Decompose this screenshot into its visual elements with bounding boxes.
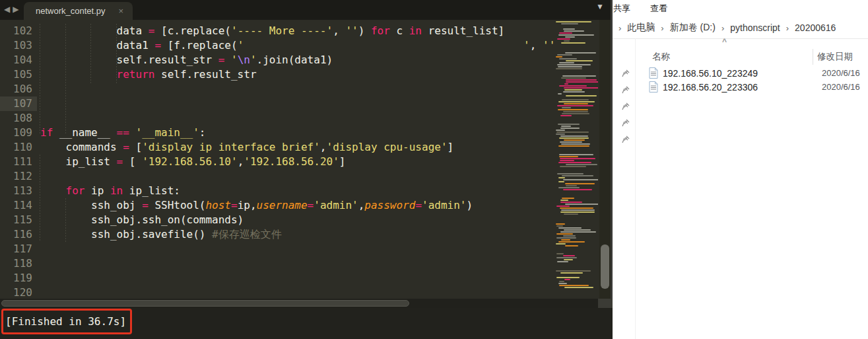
breadcrumb-item[interactable]: pythonscript [730, 22, 780, 33]
sort-ascending-icon[interactable]: ^ [722, 37, 727, 46]
minimap-line [556, 130, 565, 131]
code-line[interactable]: 103 data1 = [f.replace(' ', '') for f in… [0, 38, 554, 53]
code-text [37, 256, 554, 271]
minimap-line [561, 143, 590, 145]
breadcrumb-chevron-icon[interactable]: › [661, 23, 663, 33]
column-header-name[interactable]: 名称 [652, 51, 670, 63]
file-name[interactable]: 192.168.56.20_223306 [663, 82, 758, 93]
code-line[interactable]: 120 [0, 285, 554, 300]
tab-close-icon[interactable]: × [119, 6, 124, 16]
minimap-line [564, 139, 585, 141]
minimap-line [560, 166, 586, 167]
code-line[interactable]: 115 ssh_obj.ssh_on(commands) [0, 213, 554, 227]
code-line[interactable]: 105 return self.result_str [0, 67, 554, 82]
pin-icon[interactable] [619, 114, 632, 131]
code-line[interactable]: 117 [0, 242, 554, 256]
code-line[interactable]: 114 ssh_obj = SSHtool(host=ip,username='… [0, 198, 554, 213]
minimap-line [560, 115, 572, 116]
text-file-icon [649, 67, 658, 81]
code-editor-area[interactable]: 102 data = [c.replace('---- More ----', … [0, 20, 554, 303]
breadcrumb-chevron-icon[interactable]: › [618, 23, 621, 33]
minimap-line [564, 89, 582, 91]
tab-network-contet[interactable]: network_contet.py × [24, 2, 133, 20]
minimap-line [557, 38, 570, 40]
minimap-line [564, 40, 570, 42]
breadcrumb-item[interactable]: 20200616 [795, 22, 836, 33]
code-line[interactable]: 109if __name__ == '__main__': [0, 126, 554, 140]
minimap-line [558, 124, 580, 125]
code-line[interactable]: 118 [0, 256, 554, 271]
code-line[interactable]: 111 ip_list = [ '192.168.56.10','192.168… [0, 155, 554, 169]
minimap-line [559, 281, 564, 282]
code-line[interactable]: 106 [0, 82, 554, 96]
code-text: ssh_obj.savefile() #保存巡检文件 [37, 227, 554, 242]
minimap-line [559, 154, 593, 155]
minimap-line [557, 54, 572, 56]
pin-icon[interactable] [619, 98, 632, 114]
minimap-line [559, 62, 574, 63]
code-line[interactable]: 113 for ip in ip_list: [0, 184, 554, 198]
minimap-line [560, 135, 588, 137]
minimap-line [559, 156, 578, 157]
code-line[interactable]: 107 [0, 96, 554, 111]
minimap-line [564, 213, 578, 215]
minimap-line [560, 231, 596, 233]
minimap-line [561, 126, 571, 127]
code-line[interactable]: 102 data = [c.replace('---- More ----', … [0, 24, 554, 38]
code-line[interactable]: 104 self.result_str = '\n'.join(data1) [0, 53, 554, 67]
indent-guide [116, 24, 117, 83]
line-number: 105 [0, 67, 37, 82]
minimap-line [564, 87, 598, 89]
minimap-line [565, 52, 596, 54]
back-arrow-icon[interactable]: ◀ [4, 5, 13, 14]
minimap-line [556, 132, 589, 133]
code-text [37, 169, 554, 184]
code-text: data1 = [f.replace(' ', '') for f in dat… [37, 38, 554, 53]
minimap-line [563, 111, 588, 112]
line-number: 110 [0, 140, 37, 155]
code-line[interactable]: 110 commands = ['display ip interface br… [0, 140, 554, 155]
file-date: 2020/6/16 [822, 68, 860, 78]
breadcrumb-item[interactable]: 此电脑 [627, 22, 655, 34]
code-text: ssh_obj.ssh_on(commands) [37, 213, 554, 227]
code-line[interactable]: 112 [0, 169, 554, 184]
horizontal-scrollbar-thumb[interactable] [1, 300, 409, 307]
minimap-line [556, 270, 591, 272]
minimap-line [556, 68, 582, 69]
minimap-line [561, 23, 578, 24]
line-number: 106 [0, 82, 37, 96]
file-row[interactable]: 192.168.56.20_2233062020/6/16 [613, 80, 868, 94]
minimap-line [563, 28, 575, 30]
minimap-line [564, 103, 588, 104]
forward-arrow-icon[interactable]: ▶ [13, 5, 21, 14]
code-text: self.result_str = '\n'.join(data1) [37, 53, 554, 67]
ribbon-tab-1[interactable]: 查看 [650, 3, 667, 15]
file-list: 192.168.56.10_2232492020/6/16192.168.56.… [613, 66, 868, 94]
code-line[interactable]: 108 [0, 111, 554, 126]
code-text: for ip in ip_list: [37, 184, 554, 198]
code-line[interactable]: 116 ssh_obj.savefile() #保存巡检文件 [0, 227, 554, 242]
code-line[interactable]: 119 [0, 271, 554, 285]
vertical-scrollbar-thumb[interactable] [601, 245, 609, 289]
file-name[interactable]: 192.168.56.10_223249 [663, 68, 758, 79]
tab-nav-arrows[interactable]: ◀▶ [4, 5, 21, 14]
minimap-line [558, 109, 588, 110]
file-row[interactable]: 192.168.56.10_2232492020/6/16 [613, 66, 868, 80]
minimap-line [564, 83, 568, 85]
column-header-date[interactable]: 修改日期 [817, 51, 853, 63]
breadcrumb-item[interactable]: 新加卷 (D:) [670, 22, 716, 34]
tab-title: network_contet.py [36, 6, 106, 16]
minimap-line [560, 207, 593, 209]
column-divider[interactable] [813, 49, 813, 65]
minimap-line [558, 66, 582, 67]
ribbon-tab-0[interactable]: 共享 [613, 3, 630, 15]
pin-icon[interactable] [619, 131, 632, 147]
line-number: 104 [0, 53, 37, 67]
code-text [37, 96, 554, 111]
tab-overflow-icon[interactable]: ▼ [596, 2, 604, 11]
line-number: 107 [0, 96, 37, 111]
breadcrumb-chevron-icon[interactable]: › [721, 23, 724, 33]
minimap-line [564, 30, 584, 32]
minimap[interactable] [554, 20, 598, 297]
breadcrumb-chevron-icon[interactable]: › [786, 23, 789, 33]
